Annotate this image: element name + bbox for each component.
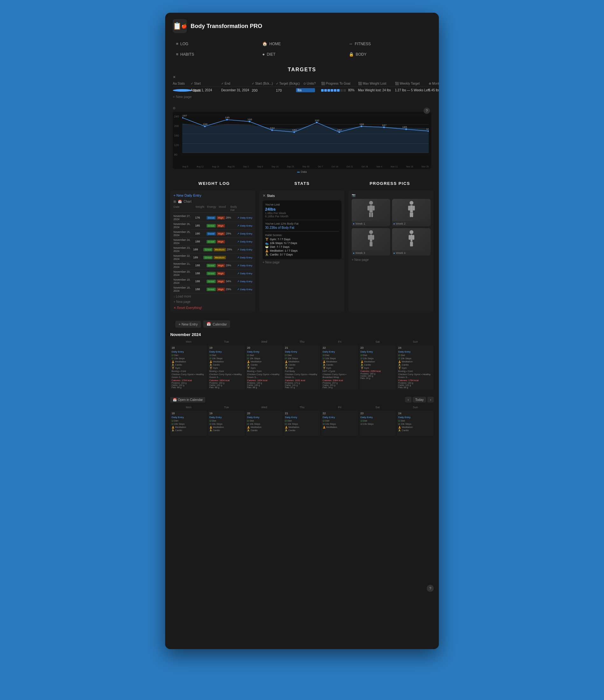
chart-y-labels: 240 200 160 120 80 xyxy=(174,115,179,156)
nav-body[interactable]: 🔒 BODY xyxy=(346,49,431,59)
log-view-chart[interactable]: Chart xyxy=(184,200,191,203)
calendar-nav: November 2024 xyxy=(170,330,434,340)
open-in-calendar-btn[interactable]: 📅 Open in Calendar xyxy=(170,397,205,402)
log-view-list[interactable]: 📅 xyxy=(178,200,182,203)
svg-point-42 xyxy=(369,230,373,234)
mood-badge: High xyxy=(217,264,225,267)
svg-point-8 xyxy=(226,119,228,121)
svg-text:188: 188 xyxy=(203,123,207,125)
log-view-grid[interactable]: ⊞ xyxy=(173,200,176,203)
svg-point-48 xyxy=(409,230,413,234)
svg-rect-32 xyxy=(367,206,369,210)
targets-data-row: Stats August 1, 2024 December 31, 2024 2… xyxy=(173,86,431,94)
help-btn-bottom[interactable]: ? xyxy=(427,585,434,592)
header: 📋🍎 Body Transformation PRO xyxy=(165,13,439,36)
weight-log-title: WEIGHT LOG xyxy=(170,178,258,189)
nav-grid: ≡ LOG 🏠 HOME ↔ FITNESS ≡ HABITS ● DIET 🔒… xyxy=(165,36,439,62)
log-row: November 21, 2024 188 Great High 29% ↗ D… xyxy=(173,261,252,270)
log-toolbar: ⊞ 📅 Chart xyxy=(173,200,252,203)
energy-badge: Great xyxy=(203,248,212,251)
nav-log[interactable]: ≡ LOG xyxy=(173,39,258,49)
second-cal-cell-19[interactable]: 19 Daily Entry ☑ Diet ☑ 10k Steps 🧘 Medi… xyxy=(208,410,245,436)
svg-rect-47 xyxy=(371,242,372,247)
progress-pics-section: 📷 ● xyxy=(349,190,434,313)
cal-cell-22[interactable]: 22 Daily Entry ☑ Diet ☑ 10k Steps 🧘 Medi… xyxy=(321,345,358,390)
nav-habits[interactable]: ≡ HABITS xyxy=(173,49,258,59)
calendar-section: + New Entry 📅 Calendar November 2024 Mon… xyxy=(165,318,439,395)
log-row: November 19, 2024 188 Great High 34% ↗ D… xyxy=(173,277,252,285)
new-daily-btn[interactable]: + New Daily Entry xyxy=(173,194,252,197)
energy-badge: Great xyxy=(203,256,212,259)
svg-rect-40 xyxy=(409,212,411,217)
pic-week1[interactable]: ● Week 1 xyxy=(352,199,390,226)
cal-today-btn[interactable]: Today xyxy=(413,397,426,402)
stats-title: STATS xyxy=(258,178,346,189)
load-more-btn[interactable]: ↓ Load more xyxy=(173,293,252,299)
log-column-headers: Date Weight Energy Mood Body Fat xyxy=(173,205,252,212)
svg-point-14 xyxy=(360,126,362,127)
stats-new-page[interactable]: + New page xyxy=(262,259,342,265)
calendar-grid: Mon Tue Wed Thu Fri Sat Sun 18 Daily Ent… xyxy=(170,340,434,390)
cal-next-btn[interactable]: › xyxy=(427,397,434,402)
chart-line-area: 197 188 195 193 184 182 192 182 188 187 … xyxy=(182,115,429,159)
log-row: November 27, 2024 176 Good High 28% ↗ Da… xyxy=(173,214,252,222)
pic-week4[interactable]: ● Week 4 xyxy=(392,228,431,255)
pics-new-page[interactable]: + New page xyxy=(352,257,431,263)
cal-cell-20[interactable]: 20 Daily Entry ☑ Diet ☑ 10k Steps 🧘 Medi… xyxy=(246,345,283,390)
second-cal-header: 📅 Open in Calendar ‹ Today › xyxy=(170,395,434,405)
cal-cell-24[interactable]: 24 Daily Entry ☑ Diet ☑ 10k Steps 🧘 Medi… xyxy=(397,345,434,390)
svg-text:185: 185 xyxy=(402,125,407,128)
mood-badge: High xyxy=(217,240,225,243)
cal-cell-18[interactable]: 18 Daily Entry ☑ Diet ☑ 10k Steps 🧘 Medi… xyxy=(170,345,207,390)
cal-prev-btn[interactable]: ‹ xyxy=(405,397,411,402)
mood-badge: High xyxy=(217,232,225,235)
targets-section: ✕ Aa Stats ✓ Start ✓ End ✓ Start (Bck...… xyxy=(165,75,439,104)
cal-cell-21[interactable]: 21 Daily Entry ☑ Diet ☑ 10k Steps 🧘 Medi… xyxy=(283,345,321,390)
chart-x-labels: Aug 5 Aug 12 Aug 19 Aug 26 Sep 2 Sep 9 S… xyxy=(182,166,429,168)
pic-week2[interactable]: ● Week 2 xyxy=(392,199,431,226)
reset-btn[interactable]: ✕ Reset Everything! xyxy=(173,306,252,309)
svg-point-11 xyxy=(294,131,295,133)
second-cal-cell-23[interactable]: 23 Daily Entry ☑ Diet ☑ 10k Steps xyxy=(359,410,396,436)
calendar-btn[interactable]: 📅 Calendar xyxy=(203,320,230,328)
energy-badge: Great xyxy=(206,272,216,275)
pic-week3[interactable]: ● Week 3 xyxy=(352,228,390,255)
chart-legend: Data xyxy=(173,170,431,173)
second-cal-cell-22[interactable]: 22 Daily Entry ☑ Diet ☑ 10k Steps 🧘 Medi… xyxy=(321,410,358,436)
app-logo: 📋🍎 xyxy=(173,19,187,33)
new-entry-btn[interactable]: + New Entry xyxy=(175,321,201,328)
chart-help-btn[interactable]: ? xyxy=(424,107,430,114)
log-row: November 25, 2024 190 Good High 29% ↗ Da… xyxy=(173,230,252,238)
svg-rect-43 xyxy=(370,234,372,242)
targets-new-page[interactable]: + New page xyxy=(173,94,431,100)
svg-point-12 xyxy=(316,122,318,123)
cal-cell-19[interactable]: 19 Daily Entry ☑ Diet ☑ 10k Steps 🧘 Medi… xyxy=(208,345,245,390)
pics-grid: ● Week 1 xyxy=(352,199,431,255)
cal-cell-23[interactable]: 23 Daily Entry ☑ Diet ☑ 10k Steps 🧘 Medi… xyxy=(359,345,396,390)
second-cal-cell-18[interactable]: 18 Daily Entry ☑ Diet ☑ 10k Steps 🧘 Medi… xyxy=(170,410,207,436)
stats-dot xyxy=(173,89,192,92)
chart-settings-icon: ⊙ xyxy=(173,106,175,110)
second-cal-cell-20[interactable]: 20 Daily Entry ☑ Diet ☑ 10k Steps 🧘 Medi… xyxy=(246,410,283,436)
log-row: November 26, 2024 185 Great High ↗ Daily… xyxy=(173,222,252,230)
mood-badge: Medium xyxy=(213,256,226,259)
nav-home[interactable]: 🏠 HOME xyxy=(259,39,345,49)
units-badge: lbs xyxy=(296,88,315,92)
calendar2-icon: 📅 xyxy=(173,398,177,402)
svg-text:183: 183 xyxy=(426,127,429,130)
app-title: Body Transformation PRO xyxy=(191,23,262,30)
mood-badge: High xyxy=(217,216,225,220)
energy-badge: Great xyxy=(206,280,216,283)
svg-rect-35 xyxy=(371,212,373,217)
energy-badge: Great xyxy=(206,240,216,243)
col-titles-row: WEIGHT LOG STATS PROGRESS PICS xyxy=(165,178,439,190)
habit-section: Habit Scores: 🏋 Gym: 7 / 7 Days 👟 10k St… xyxy=(265,233,339,256)
chart-svg: 197 188 195 193 184 182 192 182 188 187 … xyxy=(182,115,429,153)
svg-text:188: 188 xyxy=(359,123,364,125)
nav-diet[interactable]: ● DIET xyxy=(259,49,345,59)
second-cal-cell-24[interactable]: 24 Daily Entry ☑ Diet ☑ 10k Steps 🧘 Medi… xyxy=(397,410,434,436)
second-cal-cell-21[interactable]: 21 Daily Entry ☑ Diet ☑ 10k Steps 🧘 Medi… xyxy=(283,410,321,436)
log-new-page[interactable]: + New page xyxy=(173,299,252,304)
nav-fitness[interactable]: ↔ FITNESS xyxy=(346,39,431,49)
chart-wrapper: 240 200 160 120 80 xyxy=(173,112,431,169)
